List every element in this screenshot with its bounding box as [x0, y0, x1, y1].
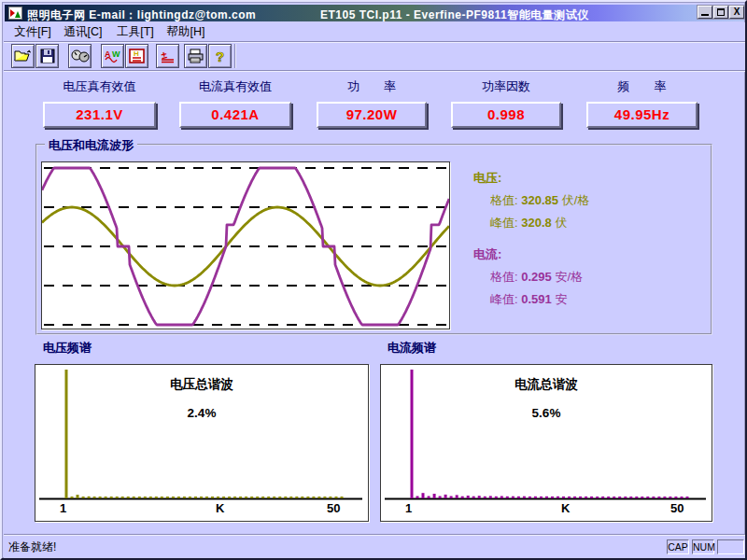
toolbar: A W H ±: [4, 43, 745, 70]
voltage-grid-value: 格值: 320.85 伏/格: [490, 192, 589, 209]
menu-help[interactable]: 帮助[H]: [164, 24, 207, 39]
peak-unit: 伏: [555, 216, 567, 230]
help-icon: ?: [214, 49, 227, 64]
menu-file[interactable]: 文件[F]: [11, 24, 54, 39]
power-value: 97.20W: [317, 102, 427, 128]
peak-label: 峰值:: [490, 216, 518, 230]
minimize-icon: [701, 14, 709, 16]
voltage-legend-title: 电压:: [473, 170, 501, 187]
print-button[interactable]: [184, 44, 207, 68]
maximize-button[interactable]: [713, 6, 728, 19]
x-tick-end: 50: [327, 501, 340, 515]
voltage-thd-label: 电压总谐波: [35, 376, 368, 393]
voltage-thd-value: 2.4%: [35, 406, 368, 420]
scroll-indicator: [717, 539, 744, 554]
minimize-button[interactable]: [698, 6, 712, 19]
current-thd-label: 电流总谐波: [381, 376, 712, 393]
save-button[interactable]: [35, 44, 59, 68]
peak-label: 峰值:: [490, 292, 518, 306]
power-label: 功 率: [317, 78, 427, 95]
status-message: 准备就绪!: [8, 539, 56, 555]
waveform-plot: [42, 162, 449, 329]
power-factor-value: 0.998: [451, 102, 561, 128]
waveform-icon: A W: [104, 49, 122, 63]
x-tick-start: 1: [405, 501, 412, 515]
voltage-rms-value: 231.1V: [43, 102, 156, 128]
harmonics-list-icon: H: [129, 49, 145, 63]
open-file-button[interactable]: [11, 44, 35, 68]
toolbar-bottom-separator: [4, 70, 745, 72]
voltage-spectrum-chart: 电压总谐波 2.4% 1 K 50: [35, 364, 369, 522]
grid-number: 0.295: [521, 270, 552, 284]
status-bar: 准备就绪! CAP NUM: [4, 536, 745, 558]
x-tick-end: 50: [670, 501, 684, 515]
voltage-rms-label: 电压真有效值: [43, 78, 156, 95]
calibrate-button[interactable]: ±: [156, 44, 179, 68]
grid-unit: 安/格: [555, 270, 583, 284]
peak-unit: 安: [555, 292, 567, 306]
peak-number: 0.591: [521, 292, 552, 306]
help-button[interactable]: ?: [208, 44, 232, 68]
save-floppy-icon: [40, 49, 55, 63]
frequency-label: 频 率: [586, 78, 698, 95]
grid-label: 格值:: [490, 270, 518, 284]
current-legend-title: 电流:: [473, 246, 501, 263]
grid-number: 320.85: [521, 193, 558, 207]
svg-text:H: H: [134, 49, 139, 58]
meters-icon: [71, 49, 90, 63]
current-spectrum-chart: 电流总谐波 5.6% 1 K 50: [380, 364, 712, 522]
grid-label: 格值:: [490, 193, 518, 207]
toolbar-separator: [234, 44, 236, 68]
frequency-value: 49.95Hz: [586, 102, 698, 128]
page-title: ET105 TCI.p11 - Everfine-PF9811智能电量测试仪: [320, 7, 589, 23]
x-axis-label: K: [561, 501, 570, 515]
current-peak-value: 峰值: 0.591 安: [490, 291, 567, 308]
grid-unit: 伏/格: [562, 193, 590, 207]
voltage-spectrum-title: 电压频谱: [43, 340, 92, 357]
title-left-text: 照明电子网 E-mail：lightingdz@tom.com: [27, 7, 256, 23]
menu-comm[interactable]: 通讯[C]: [62, 24, 105, 39]
menu-bar: 文件[F] 通讯[C] 工具[T] 帮助[H]: [4, 22, 745, 41]
title-bar: 照明电子网 E-mail：lightingdz@tom.com ET105 TC…: [5, 5, 744, 21]
current-thd-value: 5.6%: [381, 406, 712, 420]
close-button[interactable]: X: [729, 6, 744, 19]
x-tick-start: 1: [60, 501, 66, 515]
waveform-view-button[interactable]: A W: [101, 44, 124, 68]
maximize-icon: [717, 8, 725, 16]
current-rms-label: 电流真有效值: [179, 78, 291, 95]
menu-tools[interactable]: 工具[T]: [114, 24, 157, 39]
svg-text:?: ?: [216, 49, 224, 64]
num-lock-indicator: NUM: [692, 539, 714, 554]
x-axis-label: K: [216, 501, 224, 515]
current-rms-value: 0.421A: [179, 102, 291, 128]
meters-button[interactable]: [68, 44, 92, 68]
open-folder-icon: [14, 49, 32, 63]
waveform-chart: [41, 161, 450, 329]
printer-icon: [187, 49, 204, 63]
svg-text:±: ±: [160, 49, 167, 61]
peak-number: 320.8: [521, 216, 552, 230]
svg-text:W: W: [112, 49, 120, 59]
current-spectrum-title: 电流频谱: [388, 340, 436, 357]
power-factor-label: 功率因数: [451, 78, 561, 95]
app-logo-icon: [8, 7, 22, 20]
voltage-peak-value: 峰值: 320.8 伏: [490, 215, 567, 231]
calibrate-icon: ±: [160, 49, 176, 63]
harmonics-panel-button[interactable]: H: [125, 44, 148, 68]
caps-lock-indicator: CAP: [667, 539, 689, 554]
waveform-group-title: 电压和电流波形: [45, 137, 137, 154]
app-window: 照明电子网 E-mail：lightingdz@tom.com ET105 TC…: [0, 0, 747, 560]
current-grid-value: 格值: 0.295 安/格: [490, 269, 583, 286]
